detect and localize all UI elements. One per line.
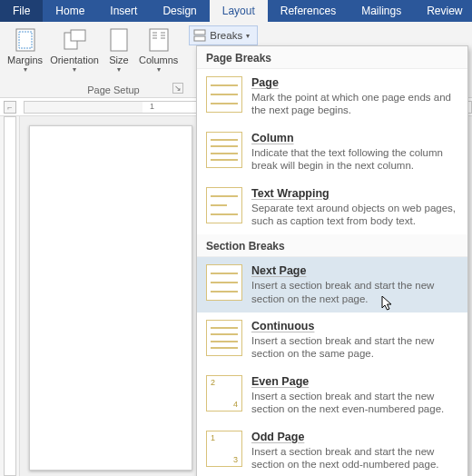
even-page-icon: 2 4 xyxy=(206,375,242,412)
orientation-label: Orientation xyxy=(50,55,99,65)
menu-item-continuous[interactable]: Continuous Insert a section break and st… xyxy=(197,312,467,368)
chevron-down-icon: ▾ xyxy=(24,65,27,74)
menu-item-next-page[interactable]: Next Page Insert a section break and sta… xyxy=(197,257,467,312)
ribbon-tabstrip: File Home Insert Design Layout Reference… xyxy=(0,0,472,22)
tab-mailings[interactable]: Mailings xyxy=(349,0,414,22)
tab-layout[interactable]: Layout xyxy=(210,0,268,22)
menu-item-title: Column xyxy=(251,132,458,144)
svg-rect-4 xyxy=(111,29,127,51)
breaks-label: Breaks xyxy=(210,30,242,41)
tab-design[interactable]: Design xyxy=(150,0,209,22)
size-button[interactable]: Size ▾ xyxy=(103,25,135,74)
menu-item-page[interactable]: Page Mark the point at which one page en… xyxy=(197,69,467,124)
margins-icon xyxy=(13,27,38,53)
ruler-corner: ⌐ xyxy=(4,101,16,114)
continuous-icon xyxy=(206,320,242,356)
margins-label: Margins xyxy=(7,55,43,65)
page-breaks-heading: Page Breaks xyxy=(197,46,467,69)
svg-rect-13 xyxy=(194,36,205,41)
breaks-icon xyxy=(193,29,206,42)
menu-item-column[interactable]: Column Indicate that the text following … xyxy=(197,124,467,180)
page-setup-dialog-launcher[interactable]: ↘ xyxy=(172,83,183,94)
tab-file[interactable]: File xyxy=(0,0,43,22)
size-label: Size xyxy=(109,55,128,65)
margins-button[interactable]: Margins ▾ xyxy=(4,25,46,74)
menu-item-desc: Indicate that the text following the col… xyxy=(251,146,458,173)
chevron-down-icon: ▾ xyxy=(246,32,250,40)
document-page[interactable] xyxy=(29,125,192,471)
tab-home[interactable]: Home xyxy=(43,0,97,22)
menu-item-desc: Insert a section break and start the new… xyxy=(251,279,458,305)
breaks-button[interactable]: Breaks ▾ xyxy=(189,25,258,45)
ruler-mark-1: 1 xyxy=(150,102,154,111)
svg-rect-12 xyxy=(194,30,205,35)
tab-insert[interactable]: Insert xyxy=(97,0,150,22)
breaks-dropdown-menu: Page Breaks Page Mark the point at which… xyxy=(196,45,468,476)
menu-item-desc: Separate text around objects on web page… xyxy=(251,202,458,228)
odd-page-icon: 1 3 xyxy=(206,431,242,467)
menu-item-title: Next Page xyxy=(251,264,458,277)
columns-button[interactable]: Columns ▾ xyxy=(135,25,182,74)
column-break-icon xyxy=(206,132,242,168)
menu-item-title: Text Wrapping xyxy=(251,187,458,200)
menu-item-desc: Mark the point at which one page ends an… xyxy=(251,91,458,117)
next-page-icon xyxy=(206,264,242,301)
menu-item-desc: Insert a section break and start the new… xyxy=(251,390,458,416)
menu-item-title: Odd Page xyxy=(251,431,458,443)
page-break-icon xyxy=(206,76,242,113)
svg-rect-3 xyxy=(71,30,85,41)
orientation-icon xyxy=(62,27,87,53)
menu-item-desc: Insert a section break and start the new… xyxy=(251,334,458,361)
chevron-down-icon: ▾ xyxy=(117,65,121,74)
tab-review[interactable]: Review xyxy=(414,0,472,22)
menu-item-even-page[interactable]: 2 4 Even Page Insert a section break and… xyxy=(197,368,467,423)
menu-item-title: Page xyxy=(251,76,458,89)
vertical-ruler[interactable] xyxy=(0,116,20,476)
tab-references[interactable]: References xyxy=(268,0,349,22)
section-breaks-heading: Section Breaks xyxy=(197,234,467,257)
chevron-down-icon: ▾ xyxy=(157,65,161,74)
menu-item-title: Even Page xyxy=(251,375,458,388)
columns-icon xyxy=(146,27,172,53)
menu-item-title: Continuous xyxy=(251,320,458,332)
orientation-button[interactable]: Orientation ▾ xyxy=(46,25,103,74)
page-setup-group-label: Page Setup xyxy=(64,84,163,95)
chevron-down-icon: ▾ xyxy=(73,65,76,74)
columns-label: Columns xyxy=(139,55,178,65)
menu-item-odd-page[interactable]: 1 3 Odd Page Insert a section break and … xyxy=(197,423,467,477)
menu-item-desc: Insert a section break and start the new… xyxy=(251,445,458,471)
size-icon xyxy=(106,27,132,53)
menu-item-text-wrapping[interactable]: Text Wrapping Separate text around objec… xyxy=(197,180,467,235)
text-wrapping-icon xyxy=(206,187,242,223)
